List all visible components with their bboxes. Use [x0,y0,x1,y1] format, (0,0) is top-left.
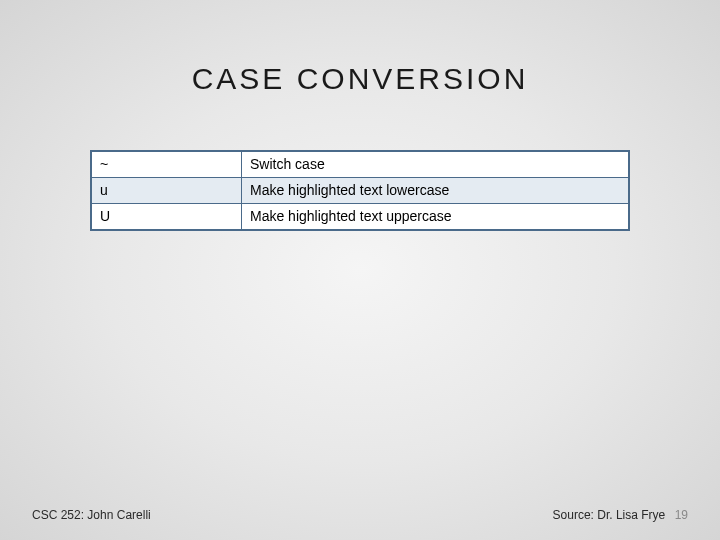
key-cell: ~ [92,152,242,178]
footer-author: CSC 252: John Carelli [32,508,151,522]
footer-source: Source: Dr. Lisa Frye [553,508,666,522]
page-number: 19 [675,508,688,522]
slide: CASE CONVERSION ~ Switch case u Make hig… [0,0,720,540]
table: ~ Switch case u Make highlighted text lo… [91,151,629,230]
table-row: ~ Switch case [92,152,629,178]
table-row: u Make highlighted text lowercase [92,178,629,204]
table-row: U Make highlighted text uppercase [92,204,629,230]
desc-cell: Make highlighted text lowercase [242,178,629,204]
key-cell: u [92,178,242,204]
desc-cell: Switch case [242,152,629,178]
case-conversion-table: ~ Switch case u Make highlighted text lo… [90,150,630,231]
footer-right: Source: Dr. Lisa Frye 19 [553,508,688,522]
key-cell: U [92,204,242,230]
desc-cell: Make highlighted text uppercase [242,204,629,230]
slide-title: CASE CONVERSION [0,62,720,96]
